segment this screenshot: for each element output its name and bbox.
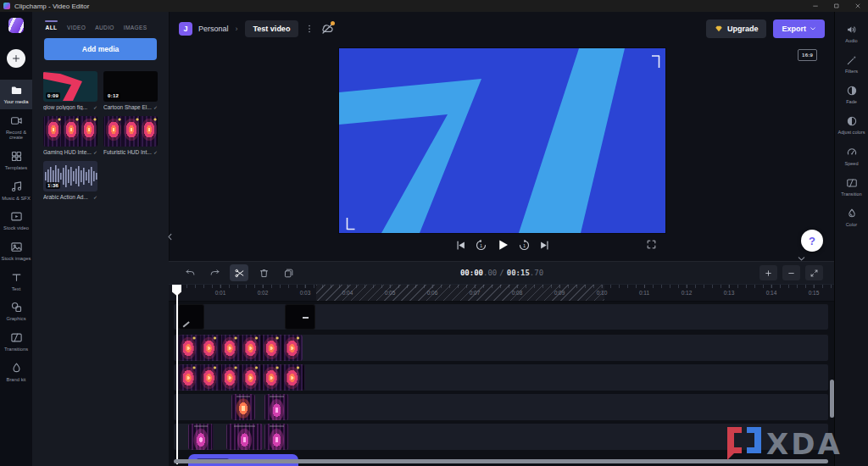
- help-button[interactable]: ?: [801, 230, 823, 252]
- clipchamp-app-icon: [3, 3, 10, 9]
- tool-item-fade[interactable]: Fade: [835, 80, 868, 110]
- timecode-separator: /: [497, 269, 506, 277]
- media-tab-all[interactable]: ALL: [45, 20, 58, 31]
- forward-1s-button[interactable]: 1: [518, 239, 531, 252]
- split-button[interactable]: [230, 264, 248, 281]
- fullscreen-icon[interactable]: [646, 239, 657, 250]
- clipchamp-app: Clipchamp - Video Editor Your mediaRecor…: [0, 0, 868, 466]
- media-card-futuristic-hud-int[interactable]: Futuristic HUD Int...✓: [103, 116, 158, 155]
- video-track-1-clip[interactable]: [285, 304, 315, 330]
- timeline-ruler[interactable]: 00:010:020:030:040:050:060:070:080:090:1…: [169, 284, 835, 302]
- folder-icon: [10, 84, 23, 97]
- upgrade-button[interactable]: Upgrade: [706, 19, 767, 38]
- aspect-ratio-badge[interactable]: 16:9: [798, 49, 817, 61]
- skip-end-button[interactable]: [538, 239, 551, 252]
- sidebar-item-label: Graphics: [6, 316, 25, 322]
- video-track-1-clip[interactable]: [178, 304, 204, 330]
- media-thumbnail[interactable]: 0:09: [43, 71, 97, 102]
- sidebar-item-music-sfx[interactable]: Music & SFX: [0, 176, 32, 206]
- sidebar-item-record-create[interactable]: Record & create: [0, 110, 32, 145]
- breadcrumb-team[interactable]: Personal: [198, 25, 229, 33]
- media-card-arabic-action-ad[interactable]: 1:36Arabic Action Ad...✓: [43, 161, 97, 200]
- plus-icon: [11, 53, 21, 64]
- more-options-icon[interactable]: [304, 23, 314, 35]
- cloud-sync-off-icon[interactable]: [320, 22, 334, 36]
- add-content-button[interactable]: [7, 49, 25, 68]
- sidebar-item-transitions[interactable]: Transitions: [0, 327, 32, 357]
- maximize-button[interactable]: [826, 0, 847, 12]
- zoom-in-button[interactable]: [760, 265, 777, 280]
- project-title-field[interactable]: Test video: [245, 20, 299, 37]
- media-tab-video[interactable]: VIDEO: [67, 20, 86, 31]
- video-track-4-clip[interactable]: [264, 394, 289, 420]
- media-card-caption: Cartoon Shape El...✓: [103, 104, 158, 110]
- tool-item-transition[interactable]: Transition: [835, 172, 868, 202]
- fit-timeline-button[interactable]: [805, 265, 823, 280]
- media-tabs: ALLVIDEOAUDIOIMAGES: [45, 20, 169, 31]
- media-tab-images[interactable]: IMAGES: [124, 20, 147, 31]
- close-button[interactable]: [847, 0, 868, 12]
- sidebar-item-brand-kit[interactable]: Brand kit: [0, 358, 32, 387]
- tool-item-speed[interactable]: Speed: [835, 141, 868, 172]
- media-name: Futuristic HUD Int...: [103, 149, 152, 155]
- chevron-down-icon: [810, 25, 816, 32]
- zoom-out-button[interactable]: [782, 265, 800, 280]
- skip-start-button[interactable]: [454, 239, 467, 252]
- speed-icon: [846, 147, 858, 158]
- video-preview[interactable]: [339, 48, 665, 233]
- video-track-5-clip[interactable]: [226, 424, 263, 450]
- minimize-button[interactable]: [804, 0, 826, 12]
- fade-icon: [846, 85, 858, 97]
- playhead-line[interactable]: [176, 285, 178, 464]
- sidebar-item-stock-images[interactable]: Stock images: [0, 236, 32, 266]
- ruler-tick: 0:12: [682, 285, 693, 296]
- minimize-icon: [812, 3, 819, 9]
- add-media-button[interactable]: Add media: [44, 38, 157, 60]
- media-card-grid: 0:09glow polygon fig...✓0:12Cartoon Shap…: [43, 71, 169, 200]
- tool-item-filters[interactable]: Filters: [835, 49, 868, 80]
- watermark-text: XDA: [766, 427, 843, 461]
- sidebar-item-graphics[interactable]: Graphics: [0, 297, 32, 326]
- media-thumbnail[interactable]: 1:36: [43, 161, 97, 191]
- sidebar-item-label: Stock images: [2, 256, 31, 262]
- used-check-icon: ✓: [153, 149, 158, 155]
- tool-item-adjust-colors[interactable]: Adjust colors: [835, 110, 868, 141]
- video-track-5-clip[interactable]: [188, 424, 214, 450]
- export-button[interactable]: Export: [773, 19, 825, 38]
- media-thumbnail[interactable]: [103, 116, 158, 147]
- ruler-tick: 0:03: [300, 285, 311, 296]
- media-card-glow-polygon-fig[interactable]: 0:09glow polygon fig...✓: [43, 71, 97, 110]
- rewind-1s-button[interactable]: 1: [475, 239, 487, 252]
- upgrade-label: Upgrade: [727, 25, 759, 33]
- media-thumbnail[interactable]: [43, 116, 97, 147]
- sidebar-item-stock-video[interactable]: Stock video: [0, 206, 32, 236]
- tool-item-color[interactable]: Color: [835, 202, 868, 233]
- vertical-scrollbar[interactable]: [830, 380, 834, 418]
- sidebar-item-label: Your media: [3, 99, 28, 105]
- tool-item-label: Audio: [845, 38, 857, 43]
- collapse-panel-icon[interactable]: [165, 230, 175, 243]
- timecode-current: 00:00: [460, 269, 483, 277]
- video-track-3-clip[interactable]: [178, 364, 305, 391]
- duplicate-button[interactable]: [279, 264, 298, 281]
- media-card-cartoon-shape-el[interactable]: 0:12Cartoon Shape El...✓: [103, 71, 158, 110]
- undo-button[interactable]: [181, 264, 199, 281]
- tab-label: AUDIO: [95, 25, 114, 31]
- play-button[interactable]: [495, 237, 510, 252]
- media-tab-audio[interactable]: AUDIO: [95, 20, 114, 31]
- team-avatar[interactable]: J: [179, 22, 192, 36]
- used-check-icon: ✓: [153, 104, 158, 110]
- tool-item-audio[interactable]: Audio: [835, 19, 868, 49]
- tool-item-label: Speed: [844, 161, 858, 166]
- media-thumbnail[interactable]: 0:12: [103, 71, 158, 102]
- video-track-5-clip[interactable]: [264, 424, 289, 450]
- video-track-2-clip[interactable]: [178, 335, 303, 361]
- media-card-gaming-hud-inte[interactable]: Gaming HUD Inte...✓: [43, 116, 97, 155]
- video-track-4-clip[interactable]: [231, 394, 255, 420]
- duration-badge: 0:09: [46, 92, 60, 99]
- sidebar-item-text[interactable]: Text: [0, 267, 32, 297]
- sidebar-item-your-media[interactable]: Your media: [0, 80, 32, 109]
- redo-button[interactable]: [205, 264, 224, 281]
- delete-button[interactable]: [254, 264, 273, 281]
- sidebar-item-templates[interactable]: Templates: [0, 146, 32, 175]
